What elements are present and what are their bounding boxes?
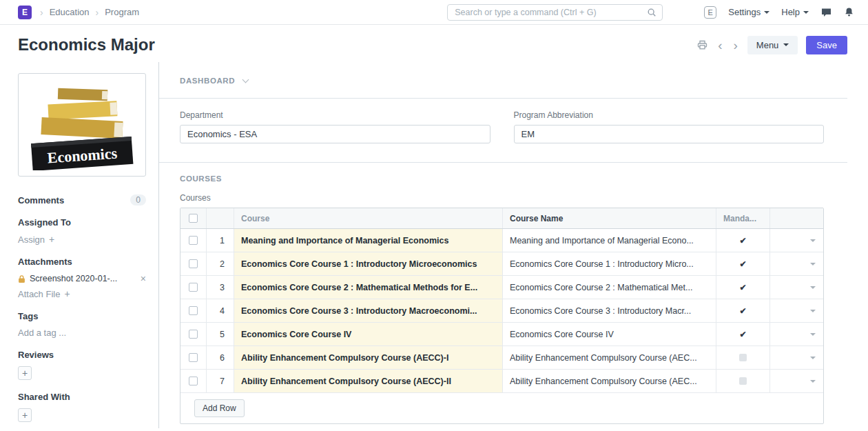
row-index: 5 (207, 323, 234, 345)
row-index: 3 (207, 276, 234, 299)
row-checkbox[interactable] (189, 377, 198, 385)
mandatory-cell[interactable]: ✔ (716, 229, 770, 252)
mandatory-cell[interactable]: ✔ (716, 323, 770, 345)
menu-button[interactable]: Menu (747, 36, 798, 54)
row-checkbox[interactable] (189, 306, 198, 315)
menu-button-label: Menu (756, 40, 779, 50)
comments-count-badge: 0 (130, 194, 146, 206)
form-sidebar: Economics Comments 0 Assigned To Assign … (0, 62, 158, 428)
app-logo[interactable]: E (18, 6, 32, 19)
chevron-right-icon: › (96, 7, 99, 18)
chevron-down-icon (803, 11, 809, 14)
save-button[interactable]: Save (806, 36, 847, 54)
mandatory-column-header: Manda... (716, 208, 770, 228)
table-row: 1 Meaning and Importance of Managerial E… (180, 229, 823, 252)
comments-label: Comments (18, 195, 64, 206)
course-name-cell[interactable]: Meaning and Importance of Managerial Eco… (503, 229, 716, 252)
next-record-button[interactable]: › (732, 39, 739, 52)
mandatory-cell[interactable]: ✔ (716, 252, 770, 275)
add-share-button[interactable]: + (18, 408, 32, 422)
user-avatar[interactable]: E (704, 6, 716, 19)
navbar-right: E Settings Help (704, 6, 854, 19)
program-abbreviation-input[interactable] (514, 125, 825, 143)
chevron-down-icon (810, 310, 816, 312)
expand-row-button[interactable] (770, 323, 823, 345)
mandatory-checkbox[interactable]: ✔ (739, 236, 746, 245)
select-all-checkbox[interactable] (189, 214, 198, 223)
mandatory-checkbox[interactable]: ✔ (739, 283, 746, 292)
expand-row-button[interactable] (770, 370, 823, 392)
course-cell[interactable]: Economics Core Course 1 : Introductory M… (234, 252, 503, 275)
attach-file-button[interactable]: Attach File + (18, 288, 146, 299)
course-name-cell[interactable]: Ability Enhancement Compulsory Course (A… (503, 346, 716, 369)
settings-menu[interactable]: Settings (728, 7, 769, 17)
expand-row-button[interactable] (770, 346, 823, 369)
course-cell[interactable]: Ability Enhancement Compulsory Course (A… (234, 346, 503, 369)
global-search (447, 4, 663, 21)
mandatory-cell[interactable] (716, 346, 770, 369)
department-input[interactable] (180, 125, 490, 143)
row-checkbox[interactable] (189, 259, 198, 268)
expand-row-button[interactable] (770, 276, 823, 299)
mandatory-checkbox[interactable]: ✔ (739, 306, 746, 316)
plus-icon: + (22, 410, 28, 421)
expand-row-button[interactable] (770, 252, 823, 275)
breadcrumb-program[interactable]: Program (105, 7, 139, 17)
mandatory-cell[interactable] (716, 370, 770, 392)
chat-icon[interactable] (820, 7, 832, 18)
row-checkbox[interactable] (189, 330, 198, 339)
breadcrumb-education[interactable]: Education (50, 7, 90, 17)
add-row-button[interactable]: Add Row (194, 399, 245, 417)
expand-row-button[interactable] (770, 229, 823, 252)
add-tag-input[interactable]: Add a tag ... (18, 328, 146, 338)
top-navbar: E › Education › Program E Settings Help (0, 0, 868, 25)
mandatory-checkbox[interactable]: ✔ (739, 259, 746, 269)
table-row: 5 Economics Core Course IV Economics Cor… (180, 323, 823, 346)
reviews-label: Reviews (18, 350, 146, 360)
sidebar-attachments: Attachments Screenshot 2020-01-... × Att… (18, 257, 146, 299)
sidebar-comments[interactable]: Comments 0 (18, 194, 146, 206)
previous-record-button[interactable]: ‹ (716, 39, 723, 52)
breadcrumb: › Education › Program (40, 7, 139, 18)
course-name-cell[interactable]: Economics Core Course IV (503, 323, 716, 345)
course-cell[interactable]: Economics Core Course 3 : Introductory M… (234, 299, 503, 322)
course-cell[interactable]: Economics Core Course IV (234, 323, 503, 345)
attachment-file-link[interactable]: Screenshot 2020-01-... (30, 274, 136, 283)
page-head: Economics Major ‹ › Menu Save (0, 25, 868, 62)
chevron-down-icon (810, 239, 816, 242)
mandatory-cell[interactable]: ✔ (716, 276, 770, 299)
course-cell[interactable]: Meaning and Importance of Managerial Eco… (234, 229, 503, 252)
mandatory-cell[interactable]: ✔ (716, 299, 770, 322)
courses-field-label: Courses (180, 193, 824, 203)
grid-header-row: Course Course Name Manda... (180, 208, 823, 229)
row-checkbox[interactable] (189, 283, 198, 292)
course-name-cell[interactable]: Economics Core Course 2 : Mathematical M… (503, 276, 716, 299)
row-checkbox[interactable] (189, 353, 198, 362)
expand-row-button[interactable] (770, 299, 823, 322)
search-input[interactable] (453, 7, 647, 18)
grid-footer: Add Row (180, 393, 823, 423)
remove-attachment-icon[interactable]: × (141, 273, 146, 284)
lock-icon (18, 274, 25, 283)
chevron-down-icon (783, 43, 789, 46)
add-review-button[interactable]: + (18, 366, 32, 380)
course-cell[interactable]: Ability Enhancement Compulsory Course (A… (234, 370, 503, 392)
mandatory-checkbox[interactable] (739, 354, 747, 361)
course-name-cell[interactable]: Ability Enhancement Compulsory Course (A… (503, 370, 716, 392)
print-button[interactable] (696, 39, 708, 50)
course-name-cell[interactable]: Economics Core Course 1 : Introductory M… (503, 252, 716, 275)
attach-file-label: Attach File (18, 289, 60, 299)
course-cell[interactable]: Economics Core Course 2 : Mathematical M… (234, 276, 503, 299)
edit-column-header (770, 208, 823, 228)
row-checkbox[interactable] (189, 236, 198, 245)
mandatory-checkbox[interactable]: ✔ (739, 330, 746, 339)
assign-button[interactable]: Assign + (18, 234, 146, 245)
notifications-bell-icon[interactable] (844, 7, 854, 17)
row-index: 4 (207, 299, 234, 322)
dashboard-section-toggle[interactable]: DASHBOARD (159, 62, 847, 99)
mandatory-checkbox[interactable] (739, 377, 747, 385)
content-area: Economics Comments 0 Assigned To Assign … (0, 62, 868, 428)
settings-label: Settings (728, 7, 761, 17)
course-name-cell[interactable]: Economics Core Course 3 : Introductory M… (503, 299, 716, 322)
help-menu[interactable]: Help (781, 7, 809, 17)
